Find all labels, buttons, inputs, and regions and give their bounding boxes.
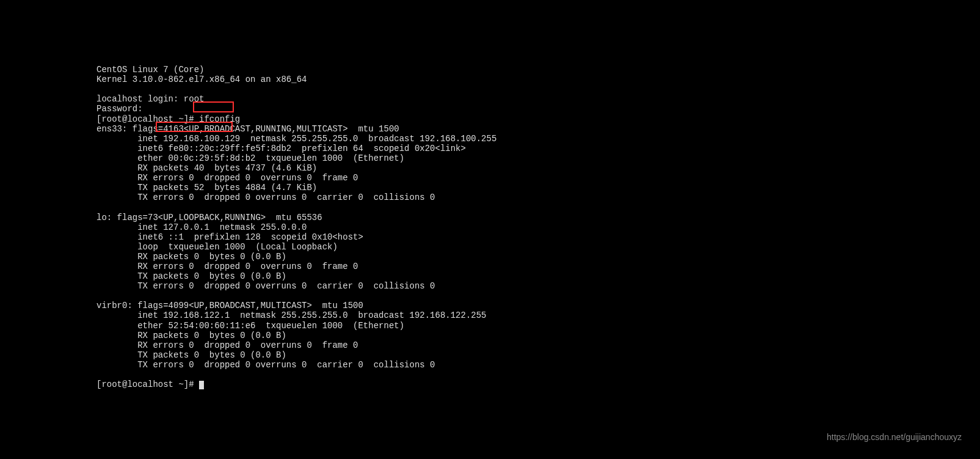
password-prompt: Password: bbox=[96, 104, 143, 114]
ens33-inet: inet 192.168.100.129 netmask 255.255.255… bbox=[96, 134, 496, 144]
lo-rx-errors: RX errors 0 dropped 0 overruns 0 frame 0 bbox=[96, 262, 358, 271]
lo-rx-packets: RX packets 0 bytes 0 (0.0 B) bbox=[96, 252, 286, 262]
shell-prompt-2: [root@localhost ~]# bbox=[96, 380, 199, 389]
virbr0-tx-errors: TX errors 0 dropped 0 overruns 0 carrier… bbox=[96, 360, 435, 370]
command-ifconfig: ifconfig bbox=[199, 114, 240, 124]
lo-tx-errors: TX errors 0 dropped 0 overruns 0 carrier… bbox=[96, 281, 435, 291]
virbr0-inet: inet 192.168.122.1 netmask 255.255.255.0… bbox=[96, 310, 487, 320]
terminal-output[interactable]: CentOS Linux 7 (Core) Kernel 3.10.0-862.… bbox=[96, 55, 496, 389]
virbr0-ether: ether 52:54:00:60:11:e6 txqueuelen 1000 … bbox=[96, 321, 404, 331]
lo-header: lo: flags=73<UP,LOOPBACK,RUNNING> mtu 65… bbox=[96, 213, 322, 222]
ens33-tx-packets: TX packets 52 bytes 4884 (4.7 KiB) bbox=[96, 183, 317, 193]
watermark-text: https://blog.csdn.net/guijianchouxyz bbox=[827, 432, 962, 442]
os-banner: CentOS Linux 7 (Core) bbox=[96, 65, 204, 75]
virbr0-rx-packets: RX packets 0 bytes 0 (0.0 B) bbox=[96, 331, 286, 340]
ens33-rx-errors: RX errors 0 dropped 0 overruns 0 frame 0 bbox=[96, 173, 358, 183]
virbr0-header: virbr0: flags=4099<UP,BROADCAST,MULTICAS… bbox=[96, 301, 363, 310]
virbr0-tx-packets: TX packets 0 bytes 0 (0.0 B) bbox=[96, 350, 286, 360]
kernel-line: Kernel 3.10.0-862.el7.x86_64 on an x86_6… bbox=[96, 75, 307, 84]
ens33-inet6: inet6 fe80::20c:29ff:fe5f:8db2 prefixlen… bbox=[96, 144, 466, 153]
login-prompt: localhost login: root bbox=[96, 94, 204, 104]
ens33-ether: ether 00:0c:29:5f:8d:b2 txqueuelen 1000 … bbox=[96, 153, 404, 163]
lo-tx-packets: TX packets 0 bytes 0 (0.0 B) bbox=[96, 271, 286, 281]
ens33-rx-packets: RX packets 40 bytes 4737 (4.6 KiB) bbox=[96, 163, 317, 173]
lo-inet: inet 127.0.0.1 netmask 255.0.0.0 bbox=[96, 222, 307, 232]
ens33-header: ens33: flags=4163<UP,BROADCAST,RUNNING,M… bbox=[96, 124, 399, 134]
terminal-cursor[interactable] bbox=[199, 381, 204, 389]
lo-loop: loop txqueuelen 1000 (Local Loopback) bbox=[96, 242, 338, 252]
virbr0-rx-errors: RX errors 0 dropped 0 overruns 0 frame 0 bbox=[96, 340, 358, 350]
shell-prompt-1: [root@localhost ~]# bbox=[96, 114, 199, 124]
ens33-tx-errors: TX errors 0 dropped 0 overruns 0 carrier… bbox=[96, 193, 435, 202]
lo-inet6: inet6 ::1 prefixlen 128 scopeid 0x10<hos… bbox=[96, 232, 363, 242]
